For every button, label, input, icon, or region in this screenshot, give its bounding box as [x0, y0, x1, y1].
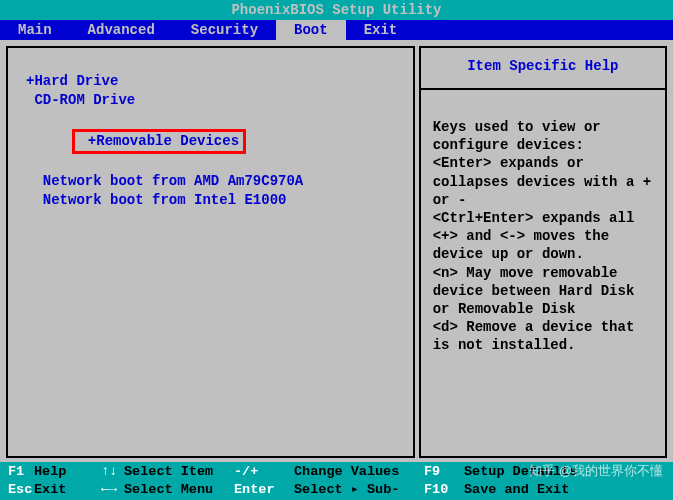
key-plusminus: -/+ — [234, 463, 294, 481]
menu-advanced[interactable]: Advanced — [70, 20, 173, 40]
help-panel: Item Specific Help Keys used to view or … — [419, 46, 667, 458]
footer-row-2: Esc Exit ←→ Select Menu Enter Select ▸ S… — [0, 481, 673, 500]
menu-security[interactable]: Security — [173, 20, 276, 40]
label-exit: Exit — [34, 481, 94, 500]
boot-item-net-intel[interactable]: Network boot from Intel E1000 — [26, 191, 405, 210]
label-save-exit: Save and Exit — [464, 481, 673, 500]
highlight-box: +Removable Devices — [72, 129, 246, 154]
menu-exit[interactable]: Exit — [346, 20, 416, 40]
key-enter: Enter — [234, 481, 294, 500]
boot-item-net-amd[interactable]: Network boot from AMD Am79C970A — [26, 172, 405, 191]
label-help: Help — [34, 463, 94, 481]
label-select-item: Select Item — [124, 463, 234, 481]
app-title: PhoenixBIOS Setup Utility — [231, 2, 441, 18]
help-body: Keys used to view or configure devices:<… — [421, 90, 665, 362]
help-title: Item Specific Help — [421, 48, 665, 90]
menu-main[interactable]: Main — [0, 20, 70, 40]
key-f10: F10 — [424, 481, 464, 500]
boot-device-panel: +Hard Drive CD-ROM Drive +Removable Devi… — [6, 46, 415, 458]
main-area: +Hard Drive CD-ROM Drive +Removable Devi… — [0, 40, 673, 462]
boot-item-cdrom[interactable]: CD-ROM Drive — [26, 91, 405, 110]
arrows-updown-icon: ↑↓ — [94, 463, 124, 481]
boot-item-hard-drive[interactable]: +Hard Drive — [26, 72, 405, 91]
watermark: 知乎 @我的世界你不懂 — [529, 462, 663, 480]
label-change-values: Change Values — [294, 463, 424, 481]
key-f1: F1 — [0, 463, 34, 481]
label-select-menu: Select Menu — [124, 481, 234, 500]
menu-boot[interactable]: Boot — [276, 20, 346, 40]
footer-bar: 知乎 @我的世界你不懂 F1 Help ↑↓ Select Item -/+ C… — [0, 462, 673, 500]
boot-item-removable[interactable]: +Removable Devices — [26, 110, 405, 173]
label-select-submenu: Select ▸ Sub-Menu — [294, 481, 424, 500]
key-esc: Esc — [0, 481, 34, 500]
arrows-leftright-icon: ←→ — [94, 481, 124, 500]
key-f9: F9 — [424, 463, 464, 481]
menu-bar: Main Advanced Security Boot Exit — [0, 20, 673, 40]
title-bar: PhoenixBIOS Setup Utility — [0, 0, 673, 20]
